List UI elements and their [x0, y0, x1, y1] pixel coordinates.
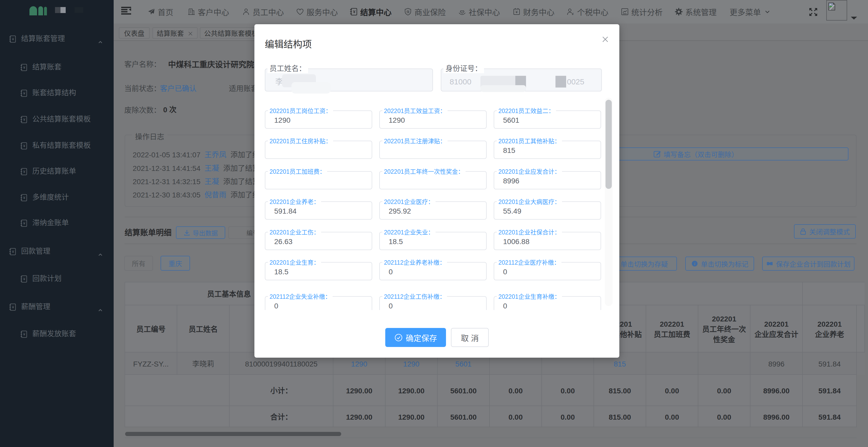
svg-text:¥: ¥: [23, 332, 25, 336]
svg-text:¥: ¥: [571, 12, 574, 16]
svg-text:¥: ¥: [23, 144, 25, 148]
svg-text:¥: ¥: [23, 169, 25, 174]
svg-text:i: i: [694, 261, 695, 266]
svg-text:¥: ¥: [12, 305, 14, 309]
svg-text:¥: ¥: [353, 10, 355, 14]
svg-text:¥: ¥: [23, 221, 25, 225]
svg-text:¥: ¥: [23, 277, 25, 281]
svg-text:¥: ¥: [23, 91, 25, 95]
svg-text:¥: ¥: [12, 37, 14, 41]
svg-text:¥: ¥: [23, 118, 25, 122]
svg-text:¥: ¥: [12, 250, 14, 254]
svg-text:¥: ¥: [23, 65, 25, 69]
svg-text:保: 保: [406, 9, 409, 14]
svg-text:¥: ¥: [515, 10, 518, 14]
svg-text:¥: ¥: [23, 196, 25, 200]
